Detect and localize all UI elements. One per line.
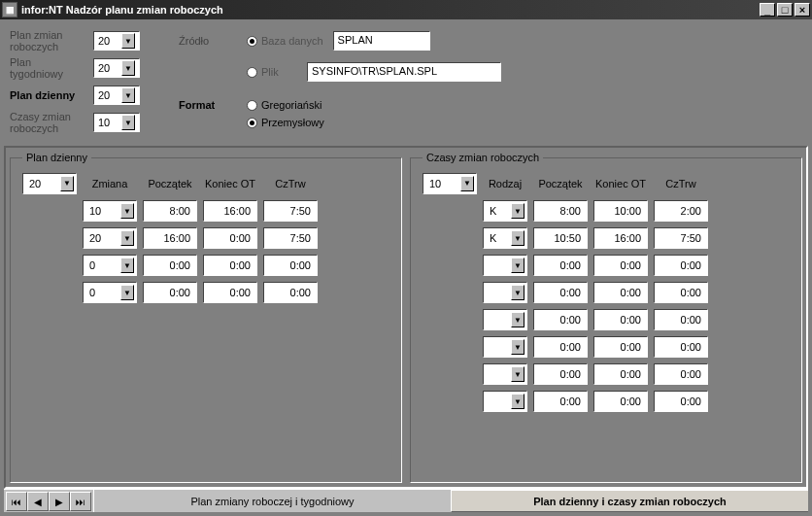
tabbar: ⏮ ◀ ▶ ⏭ Plan zmiany roboczej i tygodniow… [4,489,808,512]
panel-right-rows: K▼8:0010:002:00K▼10:5016:007:50▼0:000:00… [423,200,790,412]
radio-gregorian-label: Gregoriański [261,99,321,111]
cell-cztrw[interactable]: 7:50 [654,227,708,249]
cell-koniec[interactable]: 0:00 [593,391,648,412]
radio-gregorian[interactable]: Gregoriański [247,99,324,111]
cell-koniec[interactable]: 0:00 [593,309,648,330]
table-row: ▼0:000:000:00 [423,363,790,385]
chevron-down-icon: ▼ [120,230,134,246]
cell-cztrw[interactable]: 0:00 [263,282,318,303]
radio-baza[interactable]: Baza danych [247,35,323,47]
panel-left-rows: 10▼8:0016:007:5020▼16:000:007:500▼0:000:… [22,200,389,303]
cell-koniec[interactable]: 0:00 [593,363,648,385]
cell-zmiana[interactable]: 10▼ [83,200,137,222]
panel-plan-dzienny: Plan dzienny 20 ▼ Zmiana Początek Koniec… [10,152,402,483]
cell-koniec[interactable]: 0:00 [203,255,257,276]
cell-rodzaj[interactable]: K▼ [483,200,527,222]
radio-plik-label: Plik [261,66,279,78]
tab-plan-tygodniowy[interactable]: Plan zmiany roboczej i tygodniowy [93,490,451,512]
chevron-down-icon: ▼ [120,203,134,219]
bottom-tabs: Plan zmiany roboczej i tygodniowy Plan d… [93,490,808,512]
label-plan-tygodniowy: Plan tygodniowy [10,56,87,80]
chevron-down-icon: ▼ [511,258,524,273]
cell-poczatek[interactable]: 16:00 [143,227,197,249]
cell-rodzaj[interactable]: ▼ [483,336,527,358]
panel-right-selector[interactable]: 10 ▼ [423,173,477,194]
select-plan-tygodniowy[interactable]: 20 ▼ [93,58,140,78]
nav-next-button[interactable]: ▶ [49,492,70,511]
nav-last-button[interactable]: ⏭ [70,492,91,511]
chevron-down-icon: ▼ [121,33,135,49]
cell-poczatek[interactable]: 0:00 [533,309,588,330]
cell-cztrw[interactable]: 0:00 [654,336,708,358]
cell-cztrw[interactable]: 0:00 [654,282,708,303]
cell-koniec[interactable]: 10:00 [593,200,648,222]
cell-zmiana[interactable]: 20▼ [83,227,137,249]
cell-rodzaj[interactable]: ▼ [483,309,527,330]
label-format: Format [179,99,237,111]
maximize-button[interactable]: □ [777,3,793,17]
table-row: ▼0:000:000:00 [423,391,790,412]
cell-poczatek[interactable]: 0:00 [533,363,588,385]
cell-cztrw[interactable]: 0:00 [654,309,708,330]
select-plan-dzienny[interactable]: 20 ▼ [93,86,140,105]
table-row: K▼8:0010:002:00 [423,200,790,222]
radio-icon [247,100,257,111]
cell-poczatek[interactable]: 0:00 [533,336,588,358]
cell-poczatek[interactable]: 8:00 [533,200,588,222]
table-row: ▼0:000:000:00 [423,309,790,330]
cell-koniec[interactable]: 0:00 [593,255,648,276]
cell-cztrw[interactable]: 7:50 [263,227,318,249]
cell-poczatek[interactable]: 0:00 [533,391,588,412]
chevron-down-icon: ▼ [511,203,524,219]
minimize-button[interactable]: _ [760,3,775,17]
nav-prev-button[interactable]: ◀ [27,492,49,511]
hdr-koniec: Koniec OT [203,178,257,189]
radio-industrial[interactable]: Przemysłowy [247,117,324,128]
field-baza[interactable]: SPLAN [333,31,430,51]
cell-koniec[interactable]: 0:00 [593,336,648,358]
select-czasy-zmian[interactable]: 10 ▼ [93,113,140,132]
cell-cztrw[interactable]: 0:00 [263,255,318,276]
panel-left-selector[interactable]: 20 ▼ [22,173,77,194]
cell-koniec[interactable]: 0:00 [203,227,257,249]
panels: Plan dzienny 20 ▼ Zmiana Początek Koniec… [4,146,808,489]
cell-poczatek[interactable]: 0:00 [143,255,197,276]
cell-koniec[interactable]: 16:00 [203,200,257,222]
tab-plan-dzienny[interactable]: Plan dzienny i czasy zmian roboczych [451,490,808,512]
cell-koniec[interactable]: 0:00 [203,282,257,303]
nav-first-button[interactable]: ⏮ [6,492,27,511]
cell-poczatek[interactable]: 0:00 [533,282,588,303]
chevron-down-icon: ▼ [511,230,524,246]
cell-cztrw[interactable]: 0:00 [654,255,708,276]
select-czasy-zmian-value: 10 [98,117,110,128]
label-zrodlo: Źródło [179,35,237,47]
chevron-down-icon: ▼ [511,339,524,355]
cell-zmiana[interactable]: 0▼ [83,282,137,303]
chevron-down-icon: ▼ [121,115,135,130]
cell-koniec[interactable]: 16:00 [593,227,648,249]
cell-zmiana[interactable]: 0▼ [83,255,137,276]
cell-rodzaj[interactable]: K▼ [483,227,527,249]
chevron-down-icon: ▼ [511,394,524,409]
cell-rodzaj[interactable]: ▼ [483,255,527,276]
cell-poczatek[interactable]: 8:00 [143,200,197,222]
cell-cztrw[interactable]: 0:00 [654,391,708,412]
chevron-down-icon: ▼ [460,176,474,191]
cell-cztrw[interactable]: 2:00 [654,200,708,222]
table-row: 0▼0:000:000:00 [22,282,389,303]
cell-poczatek[interactable]: 10:50 [533,227,588,249]
cell-rodzaj[interactable]: ▼ [483,363,527,385]
cell-rodzaj[interactable]: ▼ [483,391,527,412]
panel-left-legend: Plan dzienny [22,152,91,163]
cell-cztrw[interactable]: 7:50 [263,200,318,222]
close-button[interactable]: × [795,3,810,17]
cell-cztrw[interactable]: 0:00 [654,363,708,385]
field-plik[interactable]: SYSINFO\TR\SPLAN.SPL [307,62,501,82]
radio-plik[interactable]: Plik [247,66,297,78]
cell-poczatek[interactable]: 0:00 [143,282,197,303]
cell-koniec[interactable]: 0:00 [593,282,648,303]
select-plan-zmian[interactable]: 20 ▼ [93,31,140,51]
chevron-down-icon: ▼ [121,60,135,76]
cell-rodzaj[interactable]: ▼ [483,282,527,303]
cell-poczatek[interactable]: 0:00 [533,255,588,276]
